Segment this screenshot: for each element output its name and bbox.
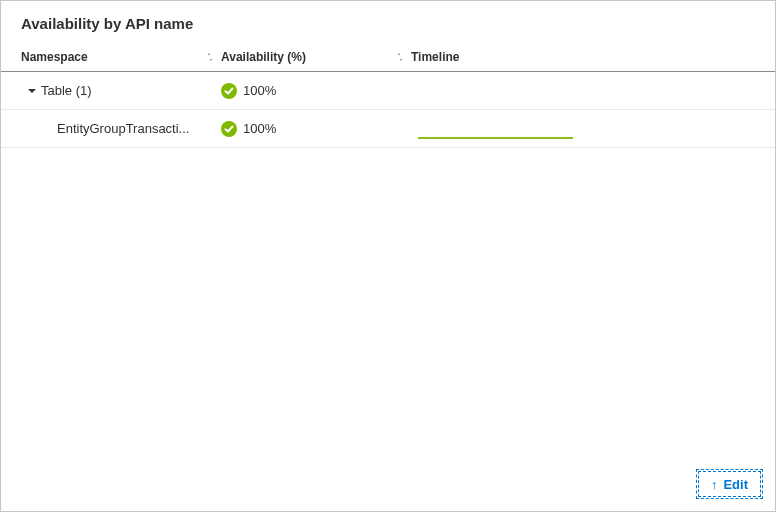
availability-table: Namespace Availability (%) Timeline Tabl… xyxy=(1,42,775,148)
arrow-up-icon: ↑ xyxy=(711,477,718,492)
col-header-timeline-label: Timeline xyxy=(411,50,459,64)
availability-text: 100% xyxy=(243,83,276,98)
table-row[interactable]: Table (1) 100% xyxy=(1,72,775,110)
col-header-timeline: Timeline xyxy=(411,50,755,64)
namespace-cell: Table (1) xyxy=(21,83,221,98)
col-header-namespace[interactable]: Namespace xyxy=(21,50,221,64)
timeline-cell xyxy=(411,72,755,109)
sort-icon xyxy=(205,52,215,62)
table-row[interactable]: EntityGroupTransacti... 100% xyxy=(1,110,775,148)
namespace-text: Table (1) xyxy=(41,83,92,98)
availability-panel: Availability by API name Namespace Avail… xyxy=(0,0,776,512)
edit-button[interactable]: ↑ Edit xyxy=(698,471,761,497)
availability-text: 100% xyxy=(243,121,276,136)
col-header-availability-label: Availability (%) xyxy=(221,50,306,64)
timeline-sparkline xyxy=(418,137,573,139)
panel-title: Availability by API name xyxy=(1,1,775,42)
edit-button-label: Edit xyxy=(723,477,748,492)
col-header-availability[interactable]: Availability (%) xyxy=(221,50,411,64)
sort-icon xyxy=(395,52,405,62)
success-icon xyxy=(221,83,237,99)
table-header-row: Namespace Availability (%) Timeline xyxy=(1,42,775,72)
col-header-namespace-label: Namespace xyxy=(21,50,88,64)
success-icon xyxy=(221,121,237,137)
namespace-text: EntityGroupTransacti... xyxy=(57,121,189,136)
availability-cell: 100% xyxy=(221,121,411,137)
chevron-down-icon[interactable] xyxy=(27,86,37,96)
namespace-cell: EntityGroupTransacti... xyxy=(21,121,221,136)
availability-cell: 100% xyxy=(221,83,411,99)
timeline-cell xyxy=(411,110,755,147)
